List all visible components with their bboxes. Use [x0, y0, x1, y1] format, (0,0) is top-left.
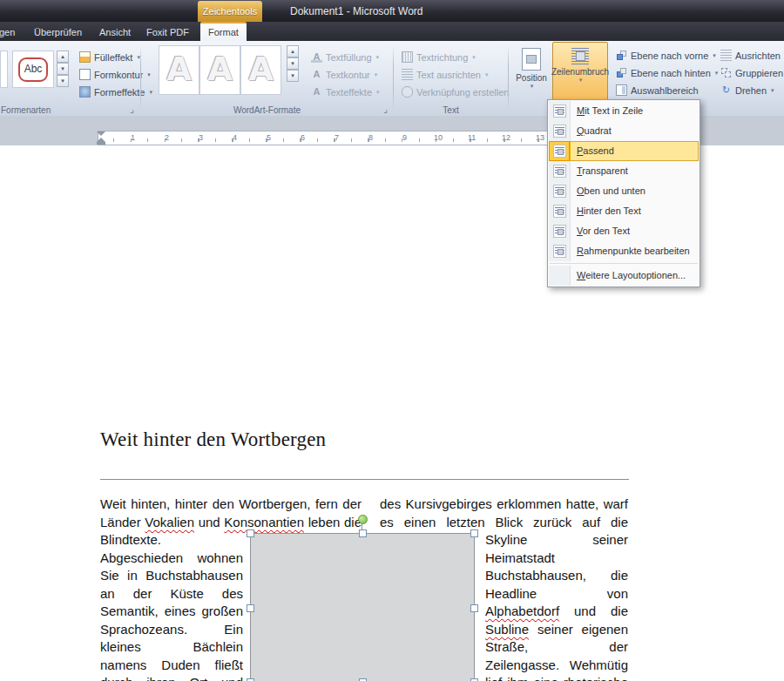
wrap-menu-item-hinter-den-text[interactable]: Hinter den Text: [549, 201, 699, 221]
text-ausrichten-button[interactable]: Text ausrichten ▾: [399, 66, 491, 83]
zeilenumbruch-button[interactable]: Zeilenumbruch ▾: [552, 42, 608, 103]
position-button[interactable]: Position ▾: [512, 43, 551, 102]
window-title: Dokument1 - Microsoft Word: [290, 0, 423, 22]
group-objects-label: Gruppieren: [735, 68, 783, 78]
ruler-number: 5: [267, 133, 271, 142]
word-window: Zeichentools Dokument1 - Microsoft Word …: [0, 0, 784, 681]
ruler-number: 4: [233, 133, 237, 142]
wrap-inline-icon: [549, 101, 571, 121]
document-heading[interactable]: Weit hinter den Wortbergen: [100, 428, 326, 451]
wordart-gallery-scroll-down[interactable]: ▾: [287, 57, 299, 70]
text-effects-icon: A: [311, 86, 322, 98]
ruler-number: 2: [165, 133, 169, 142]
position-label: Position: [516, 73, 547, 83]
wrap-icon-glyph: [553, 105, 566, 118]
resize-handle-top-right[interactable]: [470, 529, 478, 537]
resize-handle-top-left[interactable]: [247, 529, 254, 537]
wordart-letter: A: [200, 46, 240, 93]
wrap-in-front-icon: [549, 221, 571, 241]
wrap-menu-item-oben-und-unten[interactable]: Oben und unten: [549, 181, 699, 201]
textkontur-button[interactable]: A Textkontur ▾: [308, 66, 380, 83]
caret-icon: ▾: [376, 54, 380, 61]
wrap-icon-glyph: [553, 125, 566, 138]
wrap-menu-item-quadrat[interactable]: Quadrat: [549, 121, 699, 141]
wrap-through-icon: [549, 161, 571, 181]
dialog-launcher-icon[interactable]: ⌟: [381, 105, 390, 114]
wordart-gallery-more[interactable]: ▾: [287, 70, 299, 82]
shape-style-tile-partial[interactable]: [0, 51, 8, 88]
wordart-style-tile-2[interactable]: A: [199, 45, 240, 95]
wrap-top-bottom-icon: [549, 181, 571, 201]
rotation-handle[interactable]: [358, 515, 368, 524]
menu-item-label: Rahmenpunkte bearbeiten: [571, 241, 699, 261]
tab-ueberpruefen[interactable]: Überprüfen: [26, 24, 90, 41]
first-line-indent-marker[interactable]: [97, 131, 105, 136]
align-objects-icon: [720, 50, 732, 61]
wrap-menu-item-vor-den-text[interactable]: Vor den Text: [549, 221, 699, 241]
wordart-style-tile-1[interactable]: A: [159, 45, 199, 95]
heading-rule: [100, 479, 629, 480]
fuelleffekt-label: Fülleffekt: [94, 52, 132, 63]
textfuellung-label: Textfüllung: [326, 52, 372, 63]
group-objects-button[interactable]: Gruppieren ▾: [718, 64, 784, 81]
wrap-menu-item-rahmenpunkte[interactable]: Rahmenpunkte bearbeiten: [549, 241, 699, 261]
group-objects-icon: [720, 67, 732, 78]
caret-icon: ▾: [531, 83, 534, 90]
caret-icon: ▾: [713, 52, 716, 59]
resize-handle-middle-right[interactable]: [470, 604, 478, 612]
verknuepfung-button[interactable]: Verknüpfung erstellen: [399, 84, 511, 100]
wordart-letter: A: [159, 46, 199, 93]
align-objects-label: Ausrichten: [735, 51, 781, 61]
shape-style-abc-tile[interactable]: Abc: [12, 51, 54, 88]
align-text-icon: [402, 69, 413, 80]
wrap-icon-glyph: [553, 185, 566, 198]
ruler-number: 12: [502, 133, 510, 142]
ribbon-tab-row: gen Überprüfen Ansicht Foxit PDF Format: [0, 22, 784, 41]
zeilenumbruch-label: Zeilenumbruch: [551, 67, 609, 77]
contextual-tab-group-label: Zeichentools: [198, 1, 262, 22]
shape-gallery-scroll-up[interactable]: ▴: [57, 51, 69, 63]
texteffekte-button[interactable]: A Texteffekte ▾: [308, 84, 382, 100]
tab-ansicht[interactable]: Ansicht: [91, 24, 139, 41]
wordart-gallery-scroll-up[interactable]: ▴: [287, 45, 299, 57]
tab-partial[interactable]: gen: [0, 24, 23, 41]
send-backward-button[interactable]: Ebene nach hinten ▾: [613, 64, 720, 81]
resize-handle-top-middle[interactable]: [359, 529, 367, 537]
tab-foxit-pdf[interactable]: Foxit PDF: [139, 24, 197, 41]
ruler-number: 9: [402, 133, 407, 142]
group-wordart: A A A ▴ ▾ ▾ A Textfüllung ▾ A Textkontur…: [141, 41, 393, 116]
selection-pane-button[interactable]: Auswahlbereich: [613, 82, 701, 98]
group-label-formenarten: Formenarten: [1, 105, 139, 115]
menu-separator: [550, 263, 698, 264]
wrap-tight-icon: [549, 141, 571, 161]
rotate-objects-button[interactable]: ↻ Drehen ▾: [718, 82, 777, 98]
wordart-style-tile-3[interactable]: A: [240, 45, 281, 95]
caret-icon: ▾: [485, 71, 489, 78]
group-label-text: Text: [394, 105, 508, 115]
shape-gallery-more[interactable]: ▾: [57, 75, 69, 87]
wrap-menu-item-weitere-layoutoptionen[interactable]: Weitere Layoutoptionen...: [549, 266, 699, 286]
shape-style-preview: Abc: [18, 57, 48, 82]
bring-forward-label: Ebene nach vorne: [631, 51, 708, 61]
wrap-menu-item-mit-text-in-zeile[interactable]: Mit Text in Zeile: [549, 101, 699, 121]
dialog-launcher-icon[interactable]: ⌟: [127, 105, 137, 114]
textfuellung-button[interactable]: A Textfüllung ▾: [308, 49, 382, 65]
menu-item-label: Transparent: [571, 161, 699, 181]
fuelleffekt-button[interactable]: Fülleffekt ▾: [77, 49, 143, 65]
menu-item-label: Passend: [571, 141, 699, 161]
position-icon: [522, 48, 541, 71]
wrap-square-icon: [549, 121, 571, 141]
wrap-menu-item-passend[interactable]: Passend: [549, 141, 699, 161]
bring-forward-button[interactable]: Ebene nach vorne ▾: [613, 47, 719, 64]
wrap-menu-item-transparent[interactable]: Transparent: [549, 161, 699, 181]
menu-item-label: Quadrat: [571, 121, 699, 141]
selected-rectangle-shape[interactable]: [250, 533, 475, 681]
ruler-number: 10: [434, 133, 443, 142]
bring-forward-icon: [616, 50, 627, 61]
left-indent-marker[interactable]: [97, 142, 105, 145]
align-objects-button[interactable]: Ausrichten ▾: [718, 47, 784, 64]
tab-format[interactable]: Format: [200, 22, 247, 41]
shape-gallery-scroll-down[interactable]: ▾: [57, 63, 69, 75]
textrichtung-button[interactable]: Textrichtung ▾: [399, 49, 478, 65]
resize-handle-middle-left[interactable]: [247, 604, 254, 612]
